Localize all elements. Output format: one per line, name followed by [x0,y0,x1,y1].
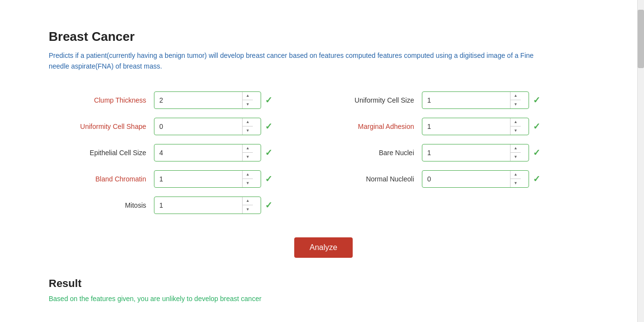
form-row: Epithelial Cell Size▲▼✓ [49,144,317,161]
input-wrapper: ▲▼✓ [154,170,272,188]
check-icon: ✓ [533,147,540,158]
spinner-down-button[interactable]: ▼ [243,179,253,187]
number-input-container: ▲▼ [154,118,261,135]
spinner-buttons: ▲▼ [510,144,521,161]
number-input-container: ▲▼ [154,91,261,109]
field-label: Bland Chromatin [49,175,146,183]
spinner-up-button[interactable]: ▲ [243,118,253,127]
spinner-buttons: ▲▼ [510,92,521,108]
spinner-buttons: ▲▼ [242,197,253,214]
spinner-up-button[interactable]: ▲ [243,197,253,206]
page-container: Breast Cancer Predicts if a patient(curr… [0,0,644,322]
number-input-container: ▲▼ [422,144,529,161]
spinner-buttons: ▲▼ [242,118,253,135]
field-label: Uniformity Cell Shape [49,123,146,130]
spinner-up-button[interactable]: ▲ [511,144,521,153]
spinner-buttons: ▲▼ [242,144,253,161]
form-row: Uniformity Cell Shape▲▼✓ [49,118,317,135]
input-wrapper: ▲▼✓ [422,91,540,109]
main-content: Breast Cancer Predicts if a patient(curr… [0,0,637,322]
number-input-container: ▲▼ [154,170,261,188]
number-input[interactable] [154,146,242,160]
spinner-down-button[interactable]: ▼ [511,153,521,161]
number-input[interactable] [422,120,510,133]
page-description: Predicts if a patient(currently having a… [49,50,536,72]
spinner-up-button[interactable]: ▲ [511,118,521,127]
spinner-buttons: ▲▼ [242,171,253,187]
number-input-container: ▲▼ [422,118,529,135]
spinner-up-button[interactable]: ▲ [243,144,253,153]
spinner-buttons: ▲▼ [242,92,253,108]
input-wrapper: ▲▼✓ [422,170,540,188]
form-row: Bare Nuclei▲▼✓ [317,144,585,161]
check-icon: ✓ [533,174,540,184]
spinner-up-button[interactable]: ▲ [511,171,521,179]
input-wrapper: ▲▼✓ [422,144,540,161]
form-row: Clump Thickness▲▼✓ [49,91,317,109]
form-row: Uniformity Cell Size▲▼✓ [317,91,585,109]
input-wrapper: ▲▼✓ [154,118,272,135]
number-input-container: ▲▼ [154,197,261,214]
spinner-down-button[interactable]: ▼ [243,153,253,161]
analyze-button-wrapper: Analyze [49,237,598,258]
number-input[interactable] [154,172,242,186]
result-text: Based on the features given, you are unl… [49,295,598,303]
number-input[interactable] [422,172,510,186]
spinner-buttons: ▲▼ [510,171,521,187]
input-wrapper: ▲▼✓ [422,118,540,135]
number-input-container: ▲▼ [422,170,529,188]
check-icon: ✓ [265,200,272,211]
scrollbar[interactable] [637,0,644,322]
spinner-down-button[interactable]: ▼ [243,126,253,135]
field-label: Mitosis [49,201,146,209]
form-row: Normal Nucleoli▲▼✓ [317,170,585,188]
form-grid: Clump Thickness▲▼✓Uniformity Cell Shape▲… [49,91,585,223]
number-input[interactable] [154,198,242,212]
number-input-container: ▲▼ [422,91,529,109]
check-icon: ✓ [265,121,272,132]
field-label: Clump Thickness [49,96,146,104]
check-icon: ✓ [265,95,272,106]
check-icon: ✓ [533,95,540,106]
page-title: Breast Cancer [49,29,598,44]
input-wrapper: ▲▼✓ [154,144,272,161]
number-input[interactable] [422,93,510,107]
form-column-left: Clump Thickness▲▼✓Uniformity Cell Shape▲… [49,91,317,223]
analyze-button[interactable]: Analyze [294,237,353,258]
result-section: Result Based on the features given, you … [49,277,598,303]
spinner-up-button[interactable]: ▲ [243,171,253,179]
input-wrapper: ▲▼✓ [154,197,272,214]
number-input[interactable] [154,120,242,133]
scrollbar-thumb[interactable] [638,10,644,68]
spinner-down-button[interactable]: ▼ [511,126,521,135]
result-title: Result [49,277,598,290]
input-wrapper: ▲▼✓ [154,91,272,109]
form-row: Mitosis▲▼✓ [49,197,317,214]
field-label: Bare Nuclei [317,149,414,157]
form-column-right: Uniformity Cell Size▲▼✓Marginal Adhesion… [317,91,585,223]
field-label: Epithelial Cell Size [49,149,146,157]
field-label: Marginal Adhesion [317,123,414,130]
spinner-up-button[interactable]: ▲ [511,92,521,101]
spinner-up-button[interactable]: ▲ [243,92,253,101]
spinner-down-button[interactable]: ▼ [243,100,253,108]
spinner-down-button[interactable]: ▼ [511,179,521,187]
check-icon: ✓ [265,174,272,184]
field-label: Normal Nucleoli [317,175,414,183]
form-row: Bland Chromatin▲▼✓ [49,170,317,188]
spinner-buttons: ▲▼ [510,118,521,135]
check-icon: ✓ [265,147,272,158]
field-label: Uniformity Cell Size [317,96,414,104]
number-input-container: ▲▼ [154,144,261,161]
spinner-down-button[interactable]: ▼ [511,100,521,108]
spinner-down-button[interactable]: ▼ [243,205,253,214]
number-input[interactable] [422,146,510,160]
check-icon: ✓ [533,121,540,132]
form-row: Marginal Adhesion▲▼✓ [317,118,585,135]
number-input[interactable] [154,93,242,107]
